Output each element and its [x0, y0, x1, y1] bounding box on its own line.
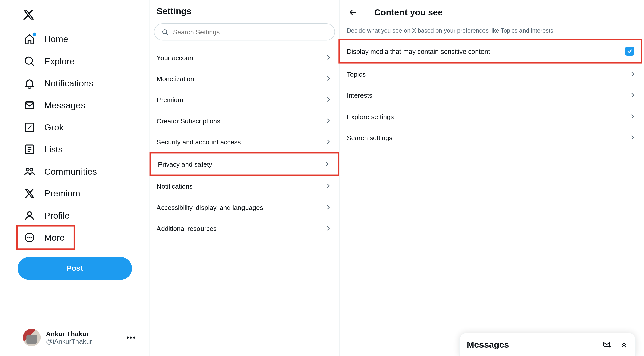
nav-home[interactable]: Home	[18, 28, 74, 50]
chevron-right-icon	[629, 133, 637, 141]
chevron-right-icon	[324, 53, 332, 61]
nav-premium[interactable]: Premium	[18, 182, 87, 205]
grok-icon	[24, 122, 35, 133]
detail-title: Content you see	[374, 7, 443, 17]
nav-notifications[interactable]: Notifications	[18, 72, 100, 94]
detail-item-label: Topics	[347, 70, 366, 78]
messages-dock[interactable]: Messages	[459, 333, 636, 356]
chevron-right-icon	[629, 91, 637, 99]
settings-search[interactable]	[154, 23, 335, 40]
chevron-right-icon	[323, 160, 331, 168]
detail-column: Content you see Decide what you see on X…	[340, 0, 644, 356]
settings-item-label: Your account	[157, 54, 195, 61]
detail-item-explore[interactable]: Explore settings	[340, 106, 644, 127]
svg-point-10	[31, 237, 32, 238]
settings-item-label: Creator Subscriptions	[157, 117, 220, 125]
profile-icon	[24, 210, 35, 221]
avatar	[23, 329, 41, 346]
chevron-right-icon	[324, 138, 332, 146]
x-icon	[24, 188, 35, 199]
expand-icon[interactable]	[620, 340, 628, 349]
nav-profile[interactable]: Profile	[18, 205, 76, 227]
detail-item-label: Display media that may contain sensitive…	[347, 47, 490, 55]
settings-item-accessibility[interactable]: Accessibility, display, and languages	[150, 196, 339, 218]
bell-icon	[24, 78, 35, 89]
back-button[interactable]	[345, 5, 361, 20]
settings-item-label: Additional resources	[157, 225, 217, 232]
messages-dock-label: Messages	[467, 339, 509, 349]
detail-item-label: Explore settings	[347, 113, 394, 120]
nav-label: Premium	[44, 188, 80, 199]
nav-messages[interactable]: Messages	[18, 94, 92, 116]
detail-item-label: Interests	[347, 91, 372, 99]
search-icon	[24, 56, 35, 67]
svg-point-9	[29, 237, 30, 238]
nav-label: Explore	[44, 56, 75, 67]
settings-item-privacy[interactable]: Privacy and safety	[150, 152, 339, 176]
notification-dot	[33, 33, 36, 36]
settings-item-premium[interactable]: Premium	[150, 89, 339, 110]
chevron-right-icon	[324, 117, 332, 125]
settings-item-notifications[interactable]: Notifications	[150, 175, 339, 196]
detail-item-sensitive[interactable]: Display media that may contain sensitive…	[338, 39, 642, 63]
detail-item-topics[interactable]: Topics	[340, 64, 644, 85]
nav-label: Communities	[44, 166, 97, 177]
search-icon	[162, 28, 169, 35]
nav-lists[interactable]: Lists	[18, 138, 69, 161]
detail-item-interests[interactable]: Interests	[340, 85, 644, 106]
detail-item-label: Search settings	[347, 134, 392, 141]
mail-icon	[24, 99, 35, 111]
new-message-icon[interactable]	[603, 340, 612, 349]
nav-more[interactable]: More	[18, 227, 73, 249]
settings-search-input[interactable]	[173, 28, 328, 36]
settings-item-label: Monetization	[157, 75, 194, 82]
settings-item-label: Privacy and safety	[158, 160, 212, 168]
detail-header: Content you see	[340, 0, 644, 23]
detail-item-search[interactable]: Search settings	[340, 127, 644, 148]
svg-point-8	[27, 237, 28, 238]
nav-label: Profile	[44, 210, 70, 221]
settings-item-monetization[interactable]: Monetization	[150, 68, 339, 89]
settings-item-label: Premium	[157, 96, 183, 103]
account-switcher[interactable]: Ankur Thakur @iAnkurThakur •••	[18, 325, 141, 350]
settings-item-creator[interactable]: Creator Subscriptions	[150, 110, 339, 131]
chevron-right-icon	[324, 96, 332, 104]
settings-item-security[interactable]: Security and account access	[150, 131, 339, 152]
ellipsis-icon[interactable]: •••	[126, 333, 136, 342]
chevron-right-icon	[629, 112, 637, 120]
checkbox-checked[interactable]	[625, 47, 634, 56]
svg-point-6	[28, 212, 31, 216]
home-icon	[24, 33, 35, 45]
nav-label: Lists	[44, 144, 63, 155]
x-logo[interactable]	[18, 4, 40, 26]
settings-title: Settings	[150, 0, 339, 21]
chevron-right-icon	[324, 203, 332, 211]
svg-point-5	[30, 168, 33, 171]
settings-item-resources[interactable]: Additional resources	[150, 218, 339, 239]
profile-name: Ankur Thakur	[46, 330, 121, 338]
profile-handle: @iAnkurThakur	[46, 338, 121, 345]
nav-communities[interactable]: Communities	[18, 160, 103, 182]
nav-label: Home	[44, 34, 68, 44]
nav-explore[interactable]: Explore	[18, 50, 81, 72]
chevron-right-icon	[324, 182, 332, 190]
settings-item-account[interactable]: Your account	[150, 47, 339, 68]
svg-point-11	[163, 29, 167, 33]
nav-grok[interactable]: Grok	[18, 116, 70, 138]
settings-column: Settings Your account Monetization Premi…	[149, 0, 340, 356]
list-icon	[24, 144, 35, 155]
profile-text: Ankur Thakur @iAnkurThakur	[46, 330, 121, 345]
settings-item-label: Security and account access	[157, 138, 241, 146]
post-button[interactable]: Post	[18, 257, 132, 280]
settings-item-label: Notifications	[157, 182, 193, 190]
highlight-more: More	[16, 225, 75, 250]
nav-label: More	[44, 232, 65, 243]
chevron-right-icon	[324, 224, 332, 232]
svg-point-0	[25, 57, 32, 64]
communities-icon	[24, 166, 35, 177]
more-icon	[24, 232, 35, 243]
chevron-right-icon	[324, 74, 332, 82]
nav-label: Messages	[44, 100, 85, 111]
nav-label: Grok	[44, 122, 64, 133]
detail-description: Decide what you see on X based on your p…	[340, 23, 644, 40]
